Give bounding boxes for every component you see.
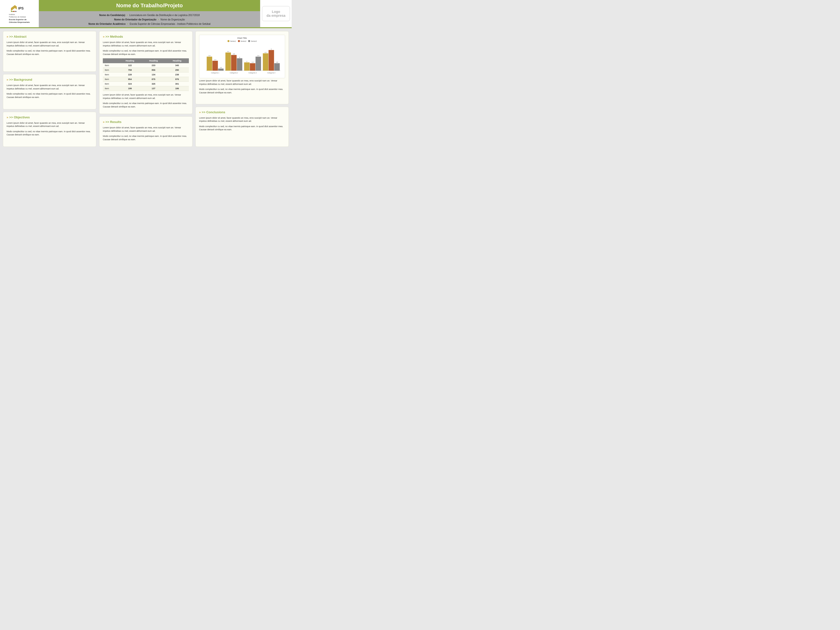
svg-rect-9 — [212, 61, 218, 71]
chart-para2: Modo complectitur cu sed, no vitae inerm… — [199, 88, 285, 94]
bg-arrows: » — [6, 78, 8, 81]
academic-director-label: Nome do Orientador Académico — [88, 23, 125, 25]
methods-panel: » >> Methods Lorem ipsum dolor sit amet,… — [99, 31, 193, 114]
svg-text:0.5: 0.5 — [220, 67, 222, 68]
ips-logo-container: IPS Instituto Politécnico de Setúbal Esc… — [0, 0, 39, 27]
table-cell: 345 — [165, 63, 189, 68]
column-left: » >> Abstract Lorem ipsum dolor sit amet… — [3, 31, 96, 147]
methods-title: » >> Methods — [103, 35, 189, 38]
svg-rect-18 — [237, 58, 242, 71]
table-cell: 137 — [142, 86, 165, 91]
bullet1: • — [127, 14, 128, 17]
abstract-para2: Modo complectitur cu sed, no vitae inerm… — [6, 49, 93, 56]
objectives-title: » >> Objectives — [6, 115, 93, 119]
svg-rect-30 — [268, 50, 274, 71]
svg-rect-5 — [15, 11, 17, 12]
svg-rect-23 — [250, 63, 256, 71]
company-logo-line1: Logo — [267, 10, 286, 14]
header-center: Nome do Trabalho/Projeto Nome do Candida… — [39, 0, 260, 27]
table-cell: Item — [103, 82, 118, 86]
table-cell: 324 — [118, 82, 142, 86]
table-cell: Item — [103, 63, 118, 68]
company-logo-box: Logo da empresa — [262, 6, 290, 21]
table-col-h3: Heading — [165, 58, 189, 63]
table-cell: 759 — [118, 68, 142, 73]
company-logo-line2: da empresa — [267, 14, 286, 17]
objectives-para1: Lorem ipsum dolor sit amet, facer quaest… — [6, 122, 93, 128]
conclusions-title: » >> Conclusions — [199, 111, 285, 114]
table-cell: Item — [103, 68, 118, 73]
table-cell: 186 — [165, 86, 189, 91]
svg-rect-21 — [244, 62, 249, 71]
table-cell: 856 — [142, 68, 165, 73]
table-cell: 325 — [142, 82, 165, 86]
table-cell: 199 — [118, 86, 142, 91]
svg-text:3.4: 3.4 — [208, 55, 210, 56]
candidate-label: Nome do Candidato(a) — [99, 14, 125, 17]
svg-text:Categoria 2: Categoria 2 — [230, 72, 238, 74]
svg-text:3: 3 — [239, 57, 240, 58]
svg-marker-0 — [11, 6, 13, 11]
chart-legend: Series1Series2Series3 — [201, 40, 283, 42]
svg-rect-11 — [218, 68, 224, 71]
results-para2: Modo complectitur cu sed, no vitae inerm… — [103, 135, 189, 141]
objectives-para2: Modo complectitur cu sed, no vitae inerm… — [6, 130, 93, 137]
table-cell: 875 — [142, 77, 165, 82]
res-arrows: » — [103, 120, 104, 124]
svg-rect-25 — [256, 57, 261, 71]
svg-rect-14 — [225, 52, 231, 71]
table-col-h1: Heading — [118, 58, 142, 63]
conclusions-para2: Modo complectitur cu sed, no vitae inerm… — [199, 125, 285, 131]
chart-title: Chart Title — [201, 37, 283, 39]
svg-text:4.2: 4.2 — [265, 52, 267, 53]
svg-rect-4 — [13, 11, 14, 12]
methods-table: Heading Heading Heading Item122233345Ite… — [103, 58, 189, 91]
methods-para3: Lorem ipsum dolor sit amet, facer quaest… — [103, 93, 189, 100]
org-name: Nome da Organização — [160, 18, 185, 21]
svg-text:1.8: 1.8 — [251, 62, 254, 63]
header: IPS Instituto Politécnico de Setúbal Esc… — [0, 0, 292, 28]
ips-logo-icon — [9, 4, 18, 13]
svg-rect-16 — [231, 55, 237, 71]
svg-marker-2 — [15, 5, 17, 9]
methods-para1: Lorem ipsum dolor sit amet, facer quaest… — [103, 41, 189, 47]
svg-marker-1 — [13, 5, 15, 9]
svg-text:Categoria 3: Categoria 3 — [248, 72, 257, 74]
svg-rect-28 — [263, 53, 268, 71]
company-logo-area: Logo da empresa — [260, 0, 292, 27]
table-cell: 238 — [165, 73, 189, 77]
bullet3: • — [127, 23, 129, 25]
svg-text:Categoria 1: Categoria 1 — [211, 72, 219, 74]
table-cell: 301 — [165, 82, 189, 86]
svg-text:2.4: 2.4 — [214, 59, 216, 60]
legend-item: Series1 — [227, 40, 236, 42]
table-cell: 290 — [165, 68, 189, 73]
abstract-title: » >> Abstract — [6, 35, 93, 38]
svg-text:5: 5 — [271, 48, 272, 50]
svg-text:Categoria 4: Categoria 4 — [267, 72, 275, 74]
background-para2: Modo complectitur cu sed, no vitae inerm… — [6, 92, 93, 99]
course-text: Licenciatura em Gestão da Distribuição e… — [129, 14, 200, 17]
conclusions-panel: » >> Conclusions Lorem ipsum dolor sit a… — [196, 107, 289, 147]
table-cell: 233 — [142, 63, 165, 68]
table-cell: 954 — [118, 77, 142, 82]
chart-para1: Lorem ipsum dolor sit amet, facer quaest… — [199, 79, 285, 86]
column-right: Chart Title Series1Series2Series3 3.42.4… — [196, 31, 289, 147]
svg-rect-7 — [207, 57, 212, 71]
chart-svg: 3.42.40.5Categoria 14.43.83Categoria 221… — [201, 44, 283, 75]
header-subtitle: Nome do Candidato(a) • Licenciatura em G… — [39, 11, 260, 27]
abstract-panel: » >> Abstract Lorem ipsum dolor sit amet… — [3, 31, 96, 72]
table-cell: 976 — [165, 77, 189, 82]
results-title: » >> Results — [103, 120, 189, 124]
table-cell: Item — [103, 77, 118, 82]
legend-item: Series3 — [248, 40, 257, 42]
table-col-empty — [103, 58, 118, 63]
svg-text:3.8: 3.8 — [233, 53, 235, 55]
chart-panel: Chart Title Series1Series2Series3 3.42.4… — [196, 31, 289, 104]
table-cell: 134 — [142, 73, 165, 77]
objectives-panel: » >> Objectives Lorem ipsum dolor sit am… — [3, 112, 96, 147]
abstract-para1: Lorem ipsum dolor sit amet, facer quaest… — [6, 41, 93, 47]
svg-rect-3 — [11, 11, 13, 12]
table-col-h2: Heading — [142, 58, 165, 63]
svg-rect-32 — [274, 63, 280, 71]
